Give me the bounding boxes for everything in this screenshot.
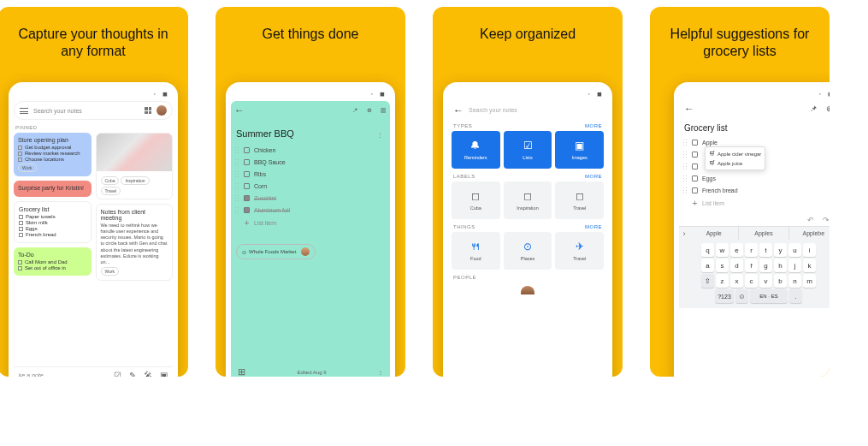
note-card[interactable]: Cuba Inspiration Travel — [96, 133, 174, 199]
key[interactable]: k — [803, 259, 816, 272]
back-icon[interactable]: ← — [234, 104, 245, 116]
checklist-item[interactable]: Apple 🛒︎Apple cider vinegar 🛒︎Apple juic… — [682, 136, 830, 148]
search-placeholder: Search your notes — [33, 108, 139, 114]
add-icon[interactable]: ⊞ — [238, 366, 245, 377]
pin-icon[interactable]: 📌︎ — [810, 104, 818, 113]
key[interactable]: w — [716, 243, 729, 257]
checklist-item[interactable]: Ribs — [234, 168, 387, 180]
label-tile[interactable]: ◻Inspiration — [504, 181, 552, 219]
checklist-item[interactable]: Eggs — [682, 172, 830, 184]
checkbox-icon[interactable]: ☑ — [113, 371, 121, 377]
key[interactable]: j — [788, 259, 801, 272]
key[interactable]: h — [774, 259, 787, 272]
key[interactable]: i — [803, 243, 816, 257]
notes-area: PINNED Store opening plan Get budget app… — [14, 120, 173, 377]
period-key[interactable]: . — [789, 289, 802, 303]
label-tile[interactable]: ◻Travel — [555, 181, 604, 219]
checklist-item[interactable]: Corn — [234, 180, 387, 192]
back-icon[interactable]: ← — [684, 103, 694, 115]
thing-tile-food[interactable]: 🍴︎Food — [452, 232, 500, 270]
archive-icon[interactable]: ▥ — [381, 107, 387, 114]
checklist-item[interactable]: Zucchini — [234, 192, 387, 204]
thing-tile-travel[interactable]: ✈Travel — [555, 232, 604, 270]
key[interactable]: z — [716, 274, 729, 288]
key[interactable]: v — [759, 274, 772, 288]
checklist-item[interactable]: French bread — [682, 184, 830, 196]
note-title[interactable]: Grocery list — [679, 116, 830, 136]
checklist-item[interactable]: BBQ Sauce — [234, 156, 387, 168]
mic-icon[interactable]: 🎤︎ — [144, 371, 152, 377]
key[interactable]: x — [730, 274, 743, 288]
note-card[interactable]: Surprise party for Kristin! — [14, 181, 92, 197]
key[interactable]: b — [774, 274, 787, 288]
type-tile-reminders[interactable]: 🔔︎Reminders — [452, 131, 500, 169]
shift-key[interactable]: ⇧ — [701, 274, 714, 288]
layout-toggle-icon[interactable] — [145, 107, 151, 114]
thing-tile-places[interactable]: ⊙Places — [504, 232, 552, 270]
checklist-item[interactable]: Aluminum foil — [234, 204, 387, 216]
spacebar[interactable]: EN · ES — [750, 289, 788, 303]
kb-suggestion[interactable]: Apples — [738, 227, 788, 240]
search-placeholder[interactable]: Search your notes — [469, 107, 604, 113]
back-icon[interactable]: ← — [452, 103, 464, 116]
note-card[interactable]: Grocery list Paper towels Skim milk Eggs… — [14, 201, 92, 243]
note-card[interactable]: Store opening plan Get budget approval R… — [14, 133, 92, 176]
emoji-key[interactable]: ☺ — [735, 289, 748, 303]
key[interactable]: d — [730, 259, 743, 272]
drag-handle-icon[interactable] — [234, 146, 239, 153]
image-icon[interactable]: ▣ — [159, 371, 168, 377]
note-card[interactable]: Notes from client meeting We need to ret… — [96, 204, 174, 281]
reminder-icon[interactable]: ⊕ — [367, 107, 372, 114]
take-note-input[interactable]: ke a note… — [19, 372, 106, 378]
redo-icon[interactable]: ↷ — [823, 216, 830, 224]
key[interactable]: n — [788, 274, 801, 288]
more-link[interactable]: MORE — [585, 123, 602, 128]
key[interactable]: s — [716, 259, 729, 272]
add-item[interactable]: +List item — [682, 196, 830, 211]
more-link[interactable]: MORE — [585, 174, 602, 179]
kb-suggestion[interactable]: Applebe — [788, 227, 830, 240]
kb-suggestion[interactable]: Apple — [689, 227, 738, 240]
label-tile[interactable]: ◻Cuba — [452, 181, 500, 219]
key[interactable]: f — [745, 259, 758, 272]
pin-icon[interactable]: 📌︎ — [352, 107, 358, 114]
key[interactable]: y — [774, 243, 787, 257]
type-tile-lists[interactable]: ☑Lists — [504, 131, 552, 169]
search-bar[interactable]: Search your notes — [14, 101, 173, 120]
editor-footer: ⊞ Edited Aug 9 ⋮ — [231, 361, 390, 377]
key[interactable]: q — [701, 243, 714, 257]
draw-icon[interactable]: ✎ — [128, 371, 137, 377]
type-tile-images[interactable]: ▣Images — [555, 131, 604, 169]
note-title[interactable]: Summer BBQ — [231, 120, 390, 144]
promo-caption: Get things done — [249, 7, 373, 67]
key[interactable]: r — [745, 243, 758, 257]
key[interactable]: a — [701, 259, 714, 272]
key[interactable]: t — [759, 243, 772, 257]
more-icon[interactable]: ⋮ — [378, 369, 383, 375]
key[interactable]: e — [730, 243, 743, 257]
screenshot-gallery: Capture your thoughts in any format ◦ ◼ … — [0, 0, 868, 446]
location-chip[interactable]: ⊙ Whole Foods Market — [236, 244, 316, 259]
reminder-icon[interactable]: ⊕ — [826, 104, 830, 113]
suggestion-item[interactable]: 🛒︎Apple juice — [709, 158, 761, 168]
suggestion-item[interactable]: 🛒︎Apple cider vinegar — [709, 149, 761, 158]
more-icon[interactable]: ⋮ — [377, 132, 383, 139]
undo-icon[interactable]: ↶ — [807, 216, 814, 224]
menu-icon[interactable] — [20, 108, 28, 114]
key[interactable]: m — [803, 274, 816, 288]
undo-redo: ↶ ↷ — [679, 211, 830, 226]
more-link[interactable]: MORE — [585, 224, 602, 229]
note-card[interactable]: To-Do Call Mom and Dad Set out of office… — [14, 247, 92, 276]
expand-icon[interactable]: › — [679, 229, 689, 238]
avatar[interactable] — [156, 105, 167, 116]
phone-mockup: ◦◼ ← 📌︎ ⊕ Grocery list Apple 🛒︎Apple cid… — [674, 82, 830, 377]
add-item[interactable]: +List item — [234, 216, 387, 230]
symbols-key[interactable]: ?123 — [715, 289, 734, 303]
checklist-item[interactable]: Chicken — [234, 144, 387, 156]
food-icon: 🍴︎ — [470, 241, 481, 253]
key[interactable]: c — [745, 274, 758, 288]
key[interactable]: g — [759, 259, 772, 272]
key[interactable]: u — [788, 243, 801, 257]
person-avatar[interactable] — [521, 286, 534, 294]
status-bar: ◦◼ — [231, 91, 390, 101]
